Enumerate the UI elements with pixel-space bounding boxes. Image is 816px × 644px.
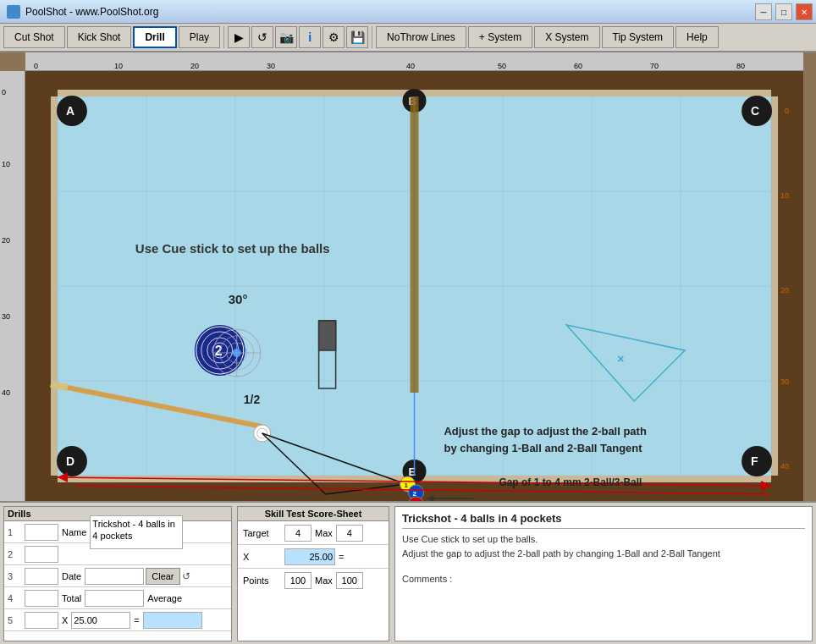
svg-rect-19 <box>771 96 778 476</box>
score-cell-2[interactable] <box>25 546 58 563</box>
info-title: Trickshot - 4 balls in 4 pockets <box>402 512 805 525</box>
row-num-5: 5 <box>8 615 25 625</box>
row-num-4: 4 <box>8 593 25 603</box>
separator-2 <box>372 26 372 48</box>
svg-text:by changing 1-Ball and 2-Ball : by changing 1-Ball and 2-Ball Tangent <box>444 442 642 454</box>
skill-eq-label: = <box>339 552 344 562</box>
svg-text:1: 1 <box>405 482 409 489</box>
score-cell-3[interactable] <box>25 568 58 585</box>
info-icon-btn[interactable]: i <box>299 26 321 48</box>
max-input[interactable] <box>336 525 363 542</box>
skill-target-row: Target Max <box>238 521 389 545</box>
row-num-3: 3 <box>8 571 25 581</box>
close-button[interactable]: ✕ <box>796 3 813 20</box>
svg-rect-18 <box>51 96 58 476</box>
svg-text:Use Cue stick to set up the ba: Use Cue stick to set up the balls <box>135 241 330 256</box>
svg-text:30°: 30° <box>229 292 248 306</box>
nothrow-btn[interactable]: NoThrow Lines <box>376 26 466 48</box>
target-input[interactable] <box>284 525 312 542</box>
total-label: Total <box>62 593 81 603</box>
svg-rect-81 <box>411 96 419 393</box>
max-label: Max <box>315 528 333 538</box>
x-system-btn[interactable]: X System <box>534 26 599 48</box>
multiplier-input[interactable] <box>71 612 130 629</box>
ruler-top: 0 10 20 30 40 50 60 70 80 <box>25 52 803 71</box>
toolbar: Cut Shot Kick Shot Drill Play ▶ ↺ 📷 i ⚙ … <box>0 24 816 52</box>
window-title: PoolShot - www.PoolShot.org <box>25 6 809 18</box>
skill-test-section: Skill Test Score-Sheet Target Max X = Po… <box>237 506 389 641</box>
info-divider <box>402 528 805 529</box>
points-input[interactable] <box>284 572 312 589</box>
maximize-button[interactable]: □ <box>775 3 792 20</box>
score-cell-1[interactable] <box>25 524 58 541</box>
play-btn[interactable]: Play <box>179 26 220 48</box>
svg-text:30: 30 <box>780 377 789 386</box>
name-value: Trickshot - 4 balls in4 pockets <box>90 515 183 549</box>
billiard-table[interactable]: A B C D E F 0 10 20 30 40 2 <box>25 71 803 501</box>
refresh-icon-btn[interactable]: ↺ <box>251 26 273 48</box>
total-result-input[interactable] <box>143 612 202 629</box>
svg-text:D: D <box>66 454 74 468</box>
svg-text:A: A <box>66 104 74 118</box>
score-row-1: 1 Name Trickshot - 4 balls in4 pockets <box>4 521 231 543</box>
camera-icon-btn[interactable]: 📷 <box>275 26 297 48</box>
svg-text:0: 0 <box>785 107 789 115</box>
play-icon-btn[interactable]: ▶ <box>228 26 250 48</box>
score-cell-5[interactable] <box>25 612 58 629</box>
name-label: Name <box>62 527 86 537</box>
svg-line-39 <box>51 384 68 388</box>
svg-text:Gap of 1 to 4 mm 2-Ball/3-Ball: Gap of 1 to 4 mm 2-Ball/3-Ball <box>499 476 642 488</box>
minimize-button[interactable]: ─ <box>755 3 772 20</box>
points-label: Points <box>243 575 281 586</box>
svg-text:×: × <box>617 352 624 366</box>
save-icon-btn[interactable]: 💾 <box>346 26 368 48</box>
drill-btn[interactable]: Drill <box>133 26 176 48</box>
date-input[interactable] <box>85 568 144 585</box>
row-num-1: 1 <box>8 527 25 537</box>
svg-text:20: 20 <box>780 286 789 294</box>
kick-shot-btn[interactable]: Kick Shot <box>67 26 132 48</box>
skill-x-input[interactable] <box>284 548 335 565</box>
titlebar: PoolShot - www.PoolShot.org ─ □ ✕ <box>0 0 816 24</box>
points-max-input[interactable] <box>336 572 363 589</box>
plus-system-btn[interactable]: + System <box>468 26 532 48</box>
app-icon <box>7 5 20 19</box>
score-row-4: 4 Total Average <box>4 587 231 609</box>
svg-text:F: F <box>751 454 758 468</box>
points-max-label: Max <box>315 575 333 586</box>
ruler-left: 0 10 20 30 40 <box>0 71 25 501</box>
score-row-3: 3 Date Clear ↺ <box>4 565 231 587</box>
score-cell-4[interactable] <box>25 590 58 607</box>
clear-button[interactable]: Clear <box>146 568 179 585</box>
total-input[interactable] <box>85 590 144 607</box>
help-btn[interactable]: Help <box>675 26 719 48</box>
svg-text:Adjust the gap to adjust the 2: Adjust the gap to adjust the 2-ball path <box>444 425 646 438</box>
skill-x-row: X = <box>238 545 389 569</box>
settings-icon-btn[interactable]: ⚙ <box>323 26 345 48</box>
info-section: Trickshot - 4 balls in 4 pockets Use Cue… <box>394 506 813 641</box>
score-panel: Drills 1 Name Trickshot - 4 balls in4 po… <box>0 501 816 644</box>
row-num-2: 2 <box>8 549 25 559</box>
svg-text:40: 40 <box>780 462 789 471</box>
svg-text:10: 10 <box>780 191 789 200</box>
score-row-5: 5 X = <box>4 609 231 631</box>
info-line2: Adjust the gap to adjust the 2-ball path… <box>402 547 805 561</box>
skill-header: Skill Test Score-Sheet <box>238 507 389 521</box>
date-label: Date <box>62 571 81 581</box>
equals-label: = <box>134 615 139 625</box>
target-label: Target <box>243 528 281 538</box>
svg-rect-55 <box>319 321 336 350</box>
skill-points-row: Points Max <box>238 569 389 592</box>
x-label: X <box>62 615 68 625</box>
main-table-area: 0 10 20 30 40 0 10 20 30 40 50 60 70 80 <box>0 52 816 501</box>
window-controls: ─ □ ✕ <box>755 3 813 20</box>
cut-shot-btn[interactable]: Cut Shot <box>3 26 65 48</box>
info-line1: Use Cue stick to set up the balls. <box>402 532 805 547</box>
svg-text:1/2: 1/2 <box>244 393 261 406</box>
svg-text:C: C <box>751 104 759 118</box>
tip-system-btn[interactable]: Tip System <box>602 26 675 48</box>
skill-x-label: X <box>243 552 281 562</box>
average-label: Average <box>147 593 182 603</box>
separator-1 <box>223 26 224 48</box>
comments-label: Comments : <box>402 572 805 586</box>
